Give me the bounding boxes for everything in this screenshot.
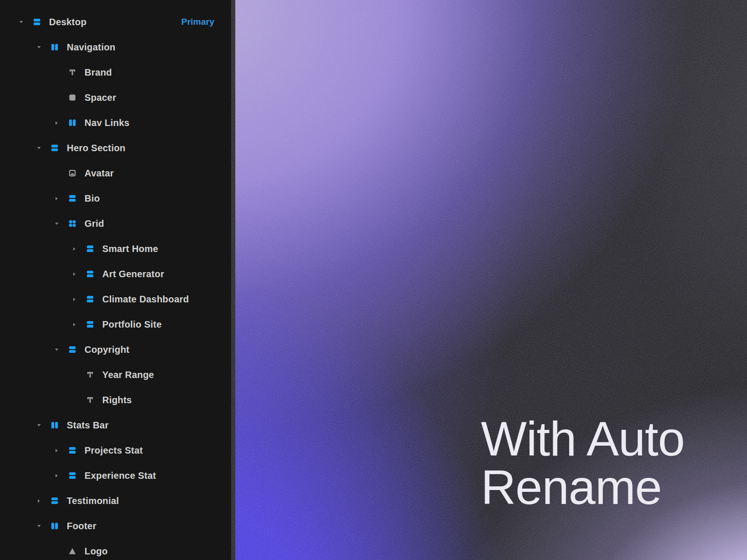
chevron-right-icon[interactable] bbox=[69, 319, 80, 330]
layer-row-avatar[interactable]: Avatar bbox=[0, 161, 231, 186]
layer-name: Copyright bbox=[85, 344, 129, 355]
layer-name: Rights bbox=[102, 395, 132, 406]
autolayout-vertical-icon bbox=[68, 345, 77, 354]
canvas-artboard[interactable]: With Auto Rename bbox=[231, 0, 747, 560]
layer-name: Art Generator bbox=[102, 269, 164, 280]
autolayout-vertical-icon bbox=[85, 244, 95, 253]
headline-line-2: Rename bbox=[481, 463, 684, 511]
chevron-empty bbox=[51, 168, 62, 179]
layer-name: Grid bbox=[85, 218, 104, 229]
layers-panel: Desktop Primary Navigation Brand Spacer … bbox=[0, 0, 231, 560]
chevron-empty bbox=[51, 92, 62, 103]
autolayout-horizontal-icon bbox=[50, 420, 59, 430]
autolayout-vertical-icon bbox=[68, 194, 77, 203]
autolayout-vertical-icon bbox=[85, 269, 95, 279]
chevron-down-icon[interactable] bbox=[33, 42, 44, 53]
layer-row-projects-stat[interactable]: Projects Stat bbox=[0, 438, 231, 463]
chevron-right-icon[interactable] bbox=[33, 495, 44, 506]
layer-row-art-generator[interactable]: Art Generator bbox=[0, 261, 231, 287]
layer-name: Avatar bbox=[85, 168, 114, 179]
layer-row-climate-dashboard[interactable]: Climate Dashboard bbox=[0, 287, 231, 312]
layer-name: Navigation bbox=[67, 42, 115, 53]
chevron-empty bbox=[51, 67, 62, 78]
chevron-down-icon[interactable] bbox=[33, 420, 44, 431]
layer-name: Climate Dashboard bbox=[102, 294, 189, 305]
autolayout-horizontal-icon bbox=[68, 118, 77, 127]
chevron-right-icon[interactable] bbox=[69, 294, 80, 305]
chevron-right-icon[interactable] bbox=[51, 470, 62, 481]
layer-row-rights[interactable]: Rights bbox=[0, 387, 231, 413]
layer-row-spacer[interactable]: Spacer bbox=[0, 85, 231, 110]
layer-name: Logo bbox=[85, 546, 108, 557]
layer-row-nav-links[interactable]: Nav Links bbox=[0, 110, 231, 135]
autolayout-vertical-icon bbox=[68, 471, 77, 480]
layer-row-bio[interactable]: Bio bbox=[0, 186, 231, 211]
layer-row-year-range[interactable]: Year Range bbox=[0, 362, 231, 387]
autolayout-horizontal-icon bbox=[50, 42, 59, 52]
autolayout-vertical-icon bbox=[50, 143, 59, 153]
layer-row-grid[interactable]: Grid bbox=[0, 211, 231, 236]
layer-row-copyright[interactable]: Copyright bbox=[0, 337, 231, 362]
layer-row-desktop[interactable]: Desktop Primary bbox=[0, 9, 231, 35]
layer-name: Smart Home bbox=[102, 244, 158, 254]
layer-name: Spacer bbox=[85, 92, 116, 103]
primary-badge: Primary bbox=[181, 17, 214, 27]
layer-name: Nav Links bbox=[85, 118, 129, 128]
layer-row-experience-stat[interactable]: Experience Stat bbox=[0, 463, 231, 488]
layer-name: Year Range bbox=[102, 370, 154, 380]
autolayout-vertical-icon bbox=[32, 17, 42, 27]
rectangle-icon bbox=[68, 93, 77, 102]
layer-name: Brand bbox=[85, 67, 112, 78]
figma-window: Desktop Primary Navigation Brand Spacer … bbox=[0, 0, 747, 560]
triangle-icon bbox=[68, 546, 77, 556]
chevron-down-icon[interactable] bbox=[33, 142, 44, 154]
autolayout-vertical-icon bbox=[68, 446, 77, 455]
layer-row-footer[interactable]: Footer bbox=[0, 513, 231, 539]
chevron-down-icon[interactable] bbox=[51, 344, 62, 355]
chevron-empty bbox=[69, 394, 80, 406]
layer-row-portfolio-site[interactable]: Portfolio Site bbox=[0, 312, 231, 337]
autolayout-horizontal-icon bbox=[50, 521, 59, 531]
autolayout-vertical-icon bbox=[50, 496, 59, 505]
chevron-down-icon[interactable] bbox=[33, 520, 44, 532]
chevron-empty bbox=[51, 546, 62, 557]
layer-name: Experience Stat bbox=[85, 470, 156, 481]
headline-line-1: With Auto bbox=[481, 414, 684, 463]
layer-tree: Desktop Primary Navigation Brand Spacer … bbox=[0, 9, 231, 560]
grid-icon bbox=[68, 219, 77, 228]
layer-row-logo[interactable]: Logo bbox=[0, 539, 231, 560]
headline-text-layer[interactable]: With Auto Rename bbox=[481, 414, 684, 511]
chevron-right-icon[interactable] bbox=[69, 268, 80, 280]
layer-name: Projects Stat bbox=[85, 445, 143, 456]
chevron-down-icon[interactable] bbox=[51, 218, 62, 229]
chevron-right-icon[interactable] bbox=[51, 445, 62, 456]
layer-row-brand[interactable]: Brand bbox=[0, 60, 231, 85]
image-icon bbox=[68, 168, 77, 178]
autolayout-vertical-icon bbox=[85, 320, 95, 329]
chevron-right-icon[interactable] bbox=[51, 117, 62, 128]
layer-name: Hero Section bbox=[67, 143, 126, 154]
layer-name: Desktop bbox=[49, 17, 86, 28]
layer-name: Portfolio Site bbox=[102, 319, 162, 330]
layer-name: Stats Bar bbox=[67, 420, 109, 431]
chevron-down-icon[interactable] bbox=[15, 16, 27, 28]
chevron-right-icon[interactable] bbox=[69, 243, 80, 254]
chevron-right-icon[interactable] bbox=[51, 193, 62, 204]
text-icon bbox=[68, 68, 77, 77]
layer-name: Footer bbox=[67, 521, 96, 532]
layer-name: Bio bbox=[85, 193, 100, 204]
layer-row-smart-home[interactable]: Smart Home bbox=[0, 236, 231, 261]
layer-row-testimonial[interactable]: Testimonial bbox=[0, 488, 231, 513]
text-icon bbox=[85, 395, 95, 405]
panel-edge-divider bbox=[231, 0, 235, 560]
autolayout-vertical-icon bbox=[85, 294, 95, 304]
layer-name: Testimonial bbox=[67, 496, 119, 506]
chevron-empty bbox=[69, 369, 80, 380]
layer-row-navigation[interactable]: Navigation bbox=[0, 35, 231, 60]
layer-row-stats-bar[interactable]: Stats Bar bbox=[0, 413, 231, 438]
text-icon bbox=[85, 370, 95, 379]
layer-row-hero-section[interactable]: Hero Section bbox=[0, 135, 231, 161]
